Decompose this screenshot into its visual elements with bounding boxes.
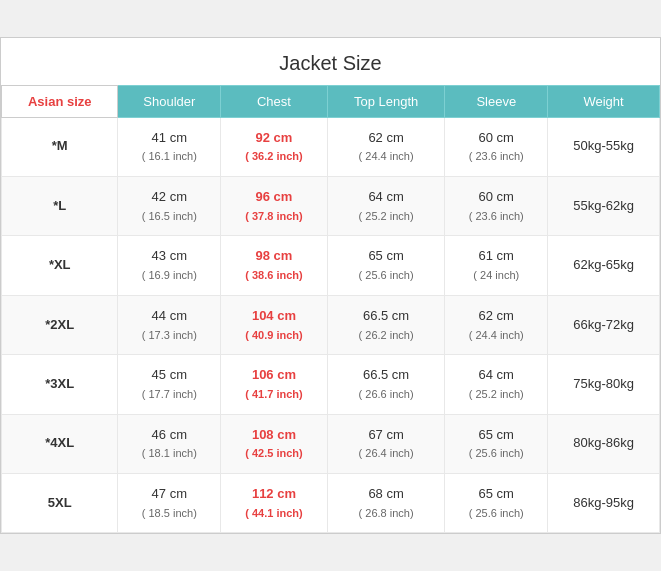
cell-sleeve: 61 cm ( 24 inch) [445, 236, 548, 295]
cell-top-length: 66.5 cm ( 26.2 inch) [327, 295, 445, 354]
cell-size: *M [2, 117, 118, 176]
cell-sleeve: 64 cm ( 25.2 inch) [445, 355, 548, 414]
cell-chest: 96 cm ( 37.8 inch) [221, 177, 328, 236]
table-row: *4XL 46 cm ( 18.1 inch) 108 cm ( 42.5 in… [2, 414, 660, 473]
cell-sleeve: 60 cm ( 23.6 inch) [445, 177, 548, 236]
header-sleeve: Sleeve [445, 85, 548, 117]
size-table: Asian size Shoulder Chest Top Length Sle… [1, 85, 660, 534]
cell-sleeve: 62 cm ( 24.4 inch) [445, 295, 548, 354]
cell-top-length: 62 cm ( 24.4 inch) [327, 117, 445, 176]
table-title: Jacket Size [1, 38, 660, 85]
cell-chest: 108 cm ( 42.5 inch) [221, 414, 328, 473]
jacket-size-table: Jacket Size Asian size Shoulder Chest To… [0, 37, 661, 535]
cell-sleeve: 60 cm ( 23.6 inch) [445, 117, 548, 176]
header-asian-size: Asian size [2, 85, 118, 117]
header-weight: Weight [548, 85, 660, 117]
table-row: 5XL 47 cm ( 18.5 inch) 112 cm ( 44.1 inc… [2, 473, 660, 532]
table-header-row: Asian size Shoulder Chest Top Length Sle… [2, 85, 660, 117]
cell-sleeve: 65 cm ( 25.6 inch) [445, 473, 548, 532]
table-body: *M 41 cm ( 16.1 inch) 92 cm ( 36.2 inch)… [2, 117, 660, 533]
cell-chest: 104 cm ( 40.9 inch) [221, 295, 328, 354]
cell-weight: 66kg-72kg [548, 295, 660, 354]
cell-shoulder: 45 cm ( 17.7 inch) [118, 355, 221, 414]
cell-shoulder: 43 cm ( 16.9 inch) [118, 236, 221, 295]
header-chest: Chest [221, 85, 328, 117]
cell-chest: 112 cm ( 44.1 inch) [221, 473, 328, 532]
cell-size: 5XL [2, 473, 118, 532]
cell-weight: 86kg-95kg [548, 473, 660, 532]
cell-weight: 55kg-62kg [548, 177, 660, 236]
cell-top-length: 66.5 cm ( 26.6 inch) [327, 355, 445, 414]
cell-weight: 50kg-55kg [548, 117, 660, 176]
cell-size: *L [2, 177, 118, 236]
cell-size: *XL [2, 236, 118, 295]
cell-shoulder: 44 cm ( 17.3 inch) [118, 295, 221, 354]
cell-top-length: 68 cm ( 26.8 inch) [327, 473, 445, 532]
cell-chest: 92 cm ( 36.2 inch) [221, 117, 328, 176]
cell-size: *2XL [2, 295, 118, 354]
header-shoulder: Shoulder [118, 85, 221, 117]
table-row: *3XL 45 cm ( 17.7 inch) 106 cm ( 41.7 in… [2, 355, 660, 414]
table-row: *2XL 44 cm ( 17.3 inch) 104 cm ( 40.9 in… [2, 295, 660, 354]
table-row: *XL 43 cm ( 16.9 inch) 98 cm ( 38.6 inch… [2, 236, 660, 295]
cell-top-length: 67 cm ( 26.4 inch) [327, 414, 445, 473]
header-top-length: Top Length [327, 85, 445, 117]
cell-weight: 80kg-86kg [548, 414, 660, 473]
cell-top-length: 64 cm ( 25.2 inch) [327, 177, 445, 236]
cell-shoulder: 41 cm ( 16.1 inch) [118, 117, 221, 176]
table-row: *M 41 cm ( 16.1 inch) 92 cm ( 36.2 inch)… [2, 117, 660, 176]
cell-chest: 98 cm ( 38.6 inch) [221, 236, 328, 295]
cell-chest: 106 cm ( 41.7 inch) [221, 355, 328, 414]
table-row: *L 42 cm ( 16.5 inch) 96 cm ( 37.8 inch)… [2, 177, 660, 236]
cell-sleeve: 65 cm ( 25.6 inch) [445, 414, 548, 473]
cell-shoulder: 46 cm ( 18.1 inch) [118, 414, 221, 473]
cell-top-length: 65 cm ( 25.6 inch) [327, 236, 445, 295]
cell-weight: 75kg-80kg [548, 355, 660, 414]
cell-size: *3XL [2, 355, 118, 414]
cell-weight: 62kg-65kg [548, 236, 660, 295]
cell-size: *4XL [2, 414, 118, 473]
cell-shoulder: 47 cm ( 18.5 inch) [118, 473, 221, 532]
cell-shoulder: 42 cm ( 16.5 inch) [118, 177, 221, 236]
